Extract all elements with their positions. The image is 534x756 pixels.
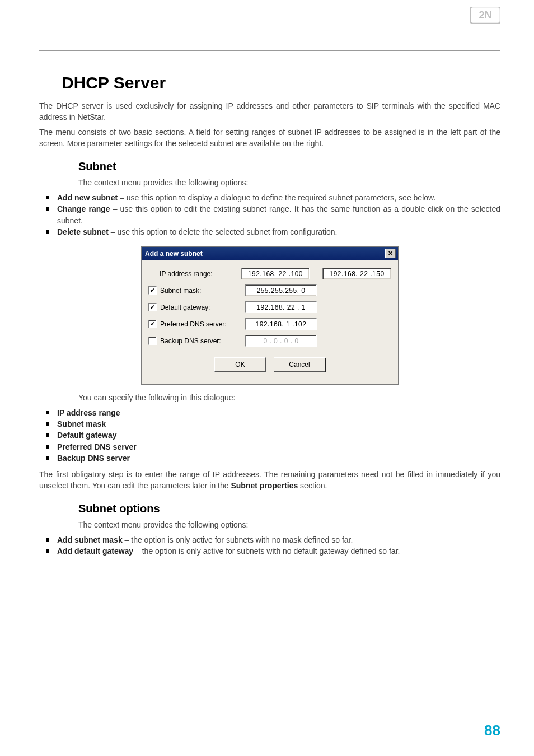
dialog-body: IP address range: 192.168. 22 .100 – 192… (142, 260, 398, 384)
list-item: Subnet mask (55, 418, 500, 430)
row-ip-range: IP address range: 192.168. 22 .100 – 192… (148, 268, 391, 279)
intro-paragraph-1: The DHCP server is used exclusively for … (39, 101, 500, 123)
close-icon: ✕ (388, 250, 393, 256)
subnet-options-lead: The context menu provides the following … (78, 520, 500, 531)
list-item-label: Change range (57, 204, 110, 213)
list-item: Change range – use this option to edit t… (55, 203, 500, 226)
backup-dns-label: Backup DNS server: (160, 337, 245, 345)
list-item-label: Add new subnet (57, 193, 118, 202)
add-subnet-dialog: Add a new subnet ✕ IP address range: 192… (141, 246, 399, 385)
list-item: Preferred DNS server (55, 441, 500, 452)
list-item-text: – use this option to delete the selected… (109, 227, 338, 236)
range-dash: – (310, 270, 322, 278)
list-item-text: – use this option to edit the existing s… (57, 204, 500, 225)
list-item-text: – use this option to display a dialogue … (118, 193, 435, 202)
subnet-mask-label: Subnet mask: (160, 287, 245, 295)
list-item: Add default gateway – the option is only… (55, 545, 500, 557)
row-subnet-mask: ✔ Subnet mask: 255.255.255. 0 (148, 284, 391, 296)
intro-paragraph-2: The menu consists of two basic sections.… (39, 127, 500, 149)
list-item: Default gateway (55, 430, 500, 441)
row-backup-dns: Backup DNS server: 0 . 0 . 0 . 0 (148, 335, 391, 347)
row-preferred-dns: ✔ Preferred DNS server: 192.168. 1 .102 (148, 318, 391, 330)
backup-dns-input[interactable]: 0 . 0 . 0 . 0 (245, 335, 317, 347)
subnet-heading: Subnet (78, 160, 500, 173)
list-item-label: IP address range (57, 408, 120, 417)
page-footer: 88 (34, 718, 500, 739)
subnet-lead: The context menu provides the following … (78, 178, 500, 189)
preferred-dns-input[interactable]: 192.168. 1 .102 (245, 318, 317, 330)
dialog-title-text: Add a new subnet (145, 250, 203, 258)
brand-logo-icon: 2N (470, 7, 500, 24)
list-item: IP address range (55, 407, 500, 418)
list-item: Delete subnet – use this option to delet… (55, 226, 500, 237)
list-item-text: – the option is only active for subnets … (123, 535, 353, 544)
dialog-titlebar: Add a new subnet ✕ (142, 247, 398, 260)
list-item-label: Backup DNS server (57, 454, 130, 463)
list-item-label: Add subnet mask (57, 535, 123, 544)
list-item-label: Preferred DNS server (57, 442, 137, 451)
list-item: Add subnet mask – the option is only act… (55, 534, 500, 545)
subnet-mask-input[interactable]: 255.255.255. 0 (245, 284, 317, 296)
default-gateway-input[interactable]: 192.168. 22 . 1 (245, 301, 317, 313)
cancel-button[interactable]: Cancel (274, 357, 325, 372)
subnet-mask-checkbox[interactable]: ✔ (148, 286, 157, 295)
list-item-label: Default gateway (57, 431, 117, 440)
tail-bold: Subnet properties (231, 481, 298, 490)
dialog-followup-lead: You can specify the following in this di… (78, 393, 500, 404)
list-item-label: Add default gateway (57, 547, 133, 556)
ok-button[interactable]: OK (214, 357, 266, 372)
default-gateway-label: Default gateway: (160, 304, 245, 311)
check-icon: ✔ (150, 321, 155, 327)
dialog-fields-list: IP address range Subnet mask Default gat… (39, 407, 500, 464)
page-header: 2N (39, 0, 500, 51)
check-icon: ✔ (150, 287, 155, 293)
list-item-label: Delete subnet (57, 227, 109, 236)
subnet-context-menu-list: Add new subnet – use this option to disp… (39, 192, 500, 237)
svg-text:2N: 2N (479, 10, 491, 21)
list-item-text: – the option is only active for subnets … (133, 547, 400, 556)
ip-range-from-input[interactable]: 192.168. 22 .100 (241, 268, 310, 279)
subnet-options-list: Add subnet mask – the option is only act… (39, 534, 500, 557)
page-title: DHCP Server (62, 73, 500, 92)
check-icon: ✔ (150, 304, 155, 310)
list-item-label: Subnet mask (57, 419, 106, 428)
ip-range-label: IP address range: (160, 270, 241, 278)
ip-range-to-input[interactable]: 192.168. 22 .150 (322, 268, 391, 279)
close-button[interactable]: ✕ (385, 249, 396, 258)
list-item: Add new subnet – use this option to disp… (55, 192, 500, 203)
backup-dns-checkbox[interactable] (148, 337, 157, 345)
preferred-dns-checkbox[interactable]: ✔ (148, 320, 157, 328)
page-number: 88 (484, 722, 500, 739)
list-item: Backup DNS server (55, 452, 500, 464)
preferred-dns-label: Preferred DNS server: (160, 320, 245, 328)
tail-post: section. (298, 481, 327, 490)
dialog-followup-tail: The first obligatory step is to enter th… (39, 469, 500, 491)
row-default-gateway: ✔ Default gateway: 192.168. 22 . 1 (148, 301, 391, 313)
subnet-options-heading: Subnet options (78, 502, 500, 515)
default-gateway-checkbox[interactable]: ✔ (148, 303, 157, 311)
title-rule (62, 95, 500, 95)
